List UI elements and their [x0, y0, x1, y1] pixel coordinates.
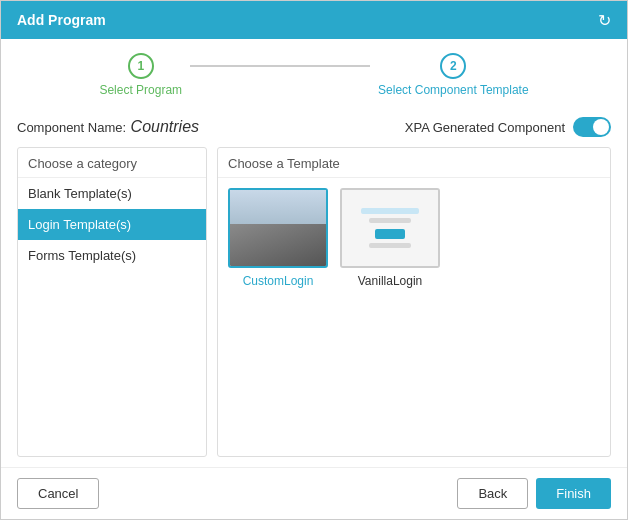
category-item-forms[interactable]: Forms Template(s) — [18, 240, 206, 271]
refresh-icon[interactable]: ↻ — [598, 11, 611, 30]
step-1-label: Select Program — [99, 83, 182, 97]
dialog-body: Component Name: Countries XPA Generated … — [1, 107, 627, 467]
vanilla-thumb-bg — [342, 190, 438, 266]
xpa-label: XPA Generated Component — [405, 120, 565, 135]
step-2-circle: 2 — [440, 53, 466, 79]
template-label-vanillalogin: VanillaLogin — [358, 274, 423, 288]
finish-button[interactable]: Finish — [536, 478, 611, 509]
xpa-toggle[interactable] — [573, 117, 611, 137]
custom-thumb-top — [230, 190, 326, 224]
xpa-toggle-area: XPA Generated Component — [405, 117, 611, 137]
component-name-value: Countries — [131, 118, 199, 135]
template-label-customlogin: CustomLogin — [243, 274, 314, 288]
component-name-label: Component Name: — [17, 120, 126, 135]
dialog-header: Add Program ↻ — [1, 1, 627, 39]
step-2: 2 Select Component Template — [378, 53, 529, 97]
category-item-blank[interactable]: Blank Template(s) — [18, 178, 206, 209]
template-panel-title: Choose a Template — [218, 148, 610, 178]
vanilla-line-2 — [369, 218, 411, 223]
content-panels: Choose a category Blank Template(s) Logi… — [17, 147, 611, 457]
custom-thumb-bg — [230, 190, 326, 266]
custom-thumb-bottom — [230, 224, 326, 266]
stepper: 1 Select Program 2 Select Component Temp… — [1, 39, 627, 107]
template-panel: Choose a Template CustomLogin — [217, 147, 611, 457]
category-list: Blank Template(s) Login Template(s) Form… — [18, 178, 206, 456]
step-1: 1 Select Program — [99, 53, 182, 97]
toggle-knob — [593, 119, 609, 135]
template-item-customlogin[interactable]: CustomLogin — [228, 188, 328, 288]
cancel-button[interactable]: Cancel — [17, 478, 99, 509]
component-row: Component Name: Countries XPA Generated … — [17, 117, 611, 137]
template-thumbnail-customlogin — [228, 188, 328, 268]
vanilla-line-3 — [369, 243, 411, 248]
template-grid: CustomLogin VanillaLogin — [218, 178, 610, 456]
template-thumbnail-vanillalogin — [340, 188, 440, 268]
dialog-footer: Cancel Back Finish — [1, 467, 627, 519]
category-panel-title: Choose a category — [18, 148, 206, 178]
category-item-login[interactable]: Login Template(s) — [18, 209, 206, 240]
dialog-title: Add Program — [17, 12, 106, 28]
step-connector — [190, 65, 370, 67]
template-item-vanillalogin[interactable]: VanillaLogin — [340, 188, 440, 288]
step-1-circle: 1 — [128, 53, 154, 79]
vanilla-button-visual — [375, 229, 404, 239]
footer-right: Back Finish — [457, 478, 611, 509]
back-button[interactable]: Back — [457, 478, 528, 509]
component-name-area: Component Name: Countries — [17, 118, 199, 136]
vanilla-line-1 — [361, 208, 420, 214]
add-program-dialog: Add Program ↻ 1 Select Program 2 Select … — [0, 0, 628, 520]
category-panel: Choose a category Blank Template(s) Logi… — [17, 147, 207, 457]
step-2-label: Select Component Template — [378, 83, 529, 97]
